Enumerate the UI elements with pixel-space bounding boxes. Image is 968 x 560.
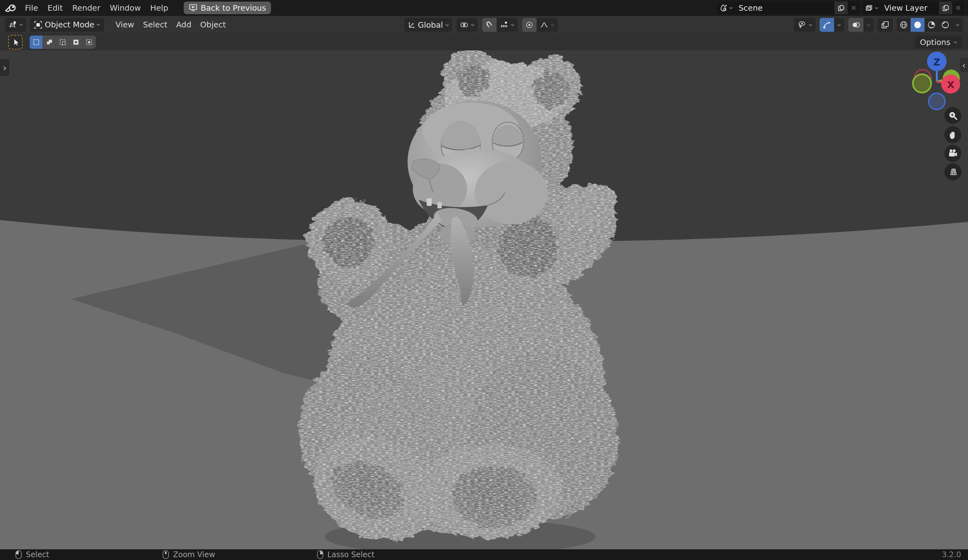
unlink-scene-button[interactable]	[848, 2, 860, 14]
proportional-edit-toggle[interactable]	[522, 18, 537, 32]
chevron-down-icon	[471, 24, 474, 26]
transform-snap-cluster: Global	[404, 18, 558, 32]
viewport-canvas[interactable]: › ‹ Y X Z	[0, 50, 968, 549]
snap-target-dropdown[interactable]	[497, 18, 518, 32]
view-layer-selector[interactable]: View Layer	[863, 2, 964, 14]
display-options-cluster	[794, 18, 963, 32]
chevron-down-icon	[809, 24, 812, 26]
new-scene-button[interactable]	[834, 2, 848, 14]
gizmos-dropdown[interactable]	[834, 18, 844, 32]
menu-help[interactable]: Help	[146, 2, 173, 14]
select-mode-intersect[interactable]	[83, 36, 96, 49]
select-intersect-icon	[85, 38, 93, 46]
svg-text:X: X	[947, 79, 954, 90]
scene-3d[interactable]	[0, 50, 968, 549]
select-mode-set[interactable]	[30, 36, 43, 49]
overlays-dropdown[interactable]	[864, 18, 874, 32]
chevron-down-icon	[729, 7, 733, 9]
blender-logo-icon[interactable]	[4, 3, 18, 13]
shading-dropdown[interactable]	[952, 18, 963, 32]
chevron-down-icon	[445, 24, 449, 26]
shading-material-preview-button[interactable]	[925, 18, 938, 32]
toggle-xray-icon	[881, 20, 890, 29]
snap-magnet-icon	[485, 21, 494, 29]
select-mode-group	[30, 36, 96, 49]
chevron-down-icon	[551, 24, 555, 26]
back-to-previous-button[interactable]: Back to Previous	[184, 2, 271, 14]
keymap-hint-lasso-select: Lasso Select	[317, 549, 375, 560]
shading-solid-button[interactable]	[911, 18, 925, 32]
show-gizmos-toggle[interactable]	[820, 18, 834, 32]
menu-object[interactable]: Object	[196, 19, 230, 31]
gizmo-axis-neg-z[interactable]	[928, 93, 945, 109]
shading-wireframe-button[interactable]	[897, 18, 911, 32]
gizmo-axis-x[interactable]: X	[941, 74, 960, 94]
unlink-x-icon	[955, 5, 961, 11]
editor-type-button[interactable]	[5, 18, 26, 32]
menu-window[interactable]: Window	[105, 2, 146, 14]
active-tool-select-box[interactable]	[8, 35, 23, 50]
scene-name[interactable]: Scene	[736, 3, 834, 13]
mode-label: Object Mode	[45, 20, 94, 29]
select-mode-subtract[interactable]	[56, 36, 69, 49]
pan-view-button[interactable]	[944, 126, 961, 143]
snapping-group	[482, 18, 518, 32]
blender-version: 3.2.0	[942, 549, 961, 560]
unlink-x-icon	[850, 5, 857, 11]
browse-scene-button[interactable]	[717, 2, 736, 14]
menu-select[interactable]: Select	[139, 19, 172, 31]
toolbar-expand-arrow: ›	[3, 62, 7, 73]
gizmo-axis-neg-y[interactable]	[913, 74, 931, 93]
select-mode-invert[interactable]	[69, 36, 83, 49]
pivot-point-dropdown[interactable]	[457, 18, 478, 32]
remove-view-layer-button[interactable]	[952, 2, 964, 14]
select-set-icon	[32, 38, 40, 46]
scene-selector[interactable]: Scene	[717, 2, 860, 14]
camera-view-button[interactable]	[944, 145, 961, 162]
view-layer-name[interactable]: View Layer	[881, 3, 939, 13]
pan-hand-icon	[948, 130, 958, 140]
mouse-middle-icon	[162, 550, 169, 559]
chevron-down-icon	[867, 24, 870, 26]
object-visibility-dropdown[interactable]	[794, 18, 816, 32]
proportional-falloff-dropdown[interactable]	[537, 18, 558, 32]
menu-render[interactable]: Render	[68, 2, 105, 14]
toolbar-expand-tab[interactable]: ›	[0, 59, 10, 76]
snap-increment-icon	[500, 21, 509, 29]
back-to-previous-label: Back to Previous	[201, 3, 266, 13]
show-overlays-toggle[interactable]	[848, 18, 864, 32]
solid-shading-icon	[913, 20, 922, 29]
transform-orientation-dropdown[interactable]: Global	[404, 18, 452, 32]
hint-label: Zoom View	[173, 550, 215, 559]
toggle-xray-button[interactable]	[878, 18, 893, 32]
mode-dropdown[interactable]: Object Mode	[30, 18, 104, 32]
viewport-gizmos-icon	[823, 21, 831, 29]
viewport-header: Object Mode View Select Add Object Globa…	[0, 16, 968, 33]
menu-edit[interactable]: Edit	[43, 2, 68, 14]
status-bar: Select Zoom View Lasso Select 3.2.0	[0, 549, 968, 560]
menu-view[interactable]: View	[111, 19, 138, 31]
new-view-layer-button[interactable]	[939, 2, 952, 14]
camera-view-icon	[948, 148, 958, 159]
select-mode-extend[interactable]	[43, 36, 56, 49]
duplicate-icon	[837, 4, 845, 12]
menu-file[interactable]: File	[20, 2, 43, 14]
options-label: Options	[920, 38, 950, 47]
chevron-down-icon	[953, 41, 957, 43]
navigation-gizmo[interactable]: Y X Z	[911, 51, 965, 114]
keymap-hint-select: Select	[15, 549, 49, 560]
options-dropdown[interactable]: Options	[915, 36, 962, 48]
browse-view-layer-button[interactable]	[863, 2, 881, 14]
zoom-view-button[interactable]	[944, 107, 961, 124]
keymap-hint-zoom-view: Zoom View	[162, 549, 215, 560]
snap-toggle[interactable]	[482, 18, 497, 32]
hint-label: Select	[26, 550, 49, 559]
toggle-projection-button[interactable]	[944, 164, 961, 180]
shading-rendered-button[interactable]	[938, 18, 952, 32]
menu-add[interactable]: Add	[172, 19, 196, 31]
editor-3d-viewport-icon	[8, 20, 17, 29]
material-preview-shading-icon	[927, 20, 936, 29]
chevron-down-icon	[19, 24, 23, 26]
screen-back-icon	[189, 4, 197, 12]
gizmo-axis-z[interactable]: Z	[927, 52, 946, 71]
